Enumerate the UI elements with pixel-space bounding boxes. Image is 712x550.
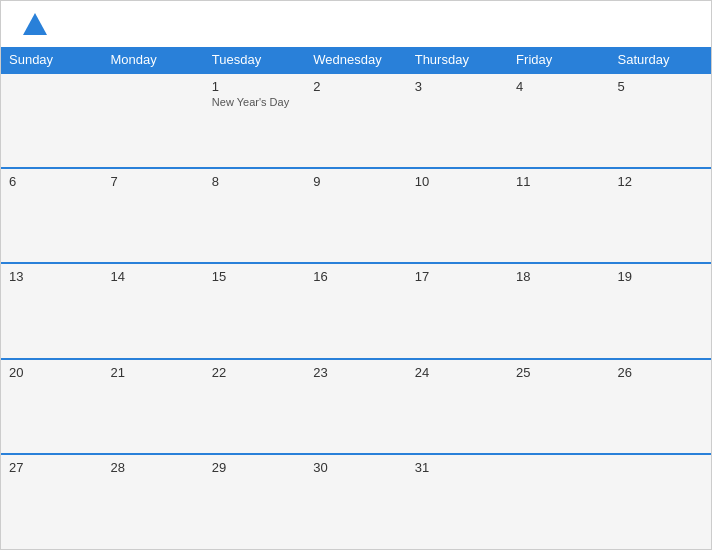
calendar-cell: 16 bbox=[305, 263, 406, 358]
weekday-header-sunday: Sunday bbox=[1, 47, 102, 73]
calendar-cell: 5 bbox=[610, 73, 711, 168]
calendar-cell: 11 bbox=[508, 168, 609, 263]
day-number: 16 bbox=[313, 269, 398, 284]
calendar-week-row: 2728293031 bbox=[1, 454, 711, 549]
calendar-cell: 1New Year's Day bbox=[204, 73, 305, 168]
calendar-cell: 6 bbox=[1, 168, 102, 263]
calendar-cell: 15 bbox=[204, 263, 305, 358]
calendar-wrapper: SundayMondayTuesdayWednesdayThursdayFrid… bbox=[0, 0, 712, 550]
day-number: 24 bbox=[415, 365, 500, 380]
calendar-cell: 24 bbox=[407, 359, 508, 454]
day-number: 4 bbox=[516, 79, 601, 94]
calendar-cell: 23 bbox=[305, 359, 406, 454]
weekday-header-tuesday: Tuesday bbox=[204, 47, 305, 73]
calendar-cell: 17 bbox=[407, 263, 508, 358]
calendar-cell: 26 bbox=[610, 359, 711, 454]
calendar-cell: 13 bbox=[1, 263, 102, 358]
event-label: New Year's Day bbox=[212, 96, 297, 108]
logo-icon bbox=[21, 11, 49, 39]
day-number: 23 bbox=[313, 365, 398, 380]
calendar-cell: 27 bbox=[1, 454, 102, 549]
calendar-cell: 12 bbox=[610, 168, 711, 263]
calendar-cell: 31 bbox=[407, 454, 508, 549]
day-number: 25 bbox=[516, 365, 601, 380]
day-number: 14 bbox=[110, 269, 195, 284]
calendar-week-row: 13141516171819 bbox=[1, 263, 711, 358]
calendar-table: SundayMondayTuesdayWednesdayThursdayFrid… bbox=[1, 47, 711, 549]
day-number: 22 bbox=[212, 365, 297, 380]
calendar-cell: 14 bbox=[102, 263, 203, 358]
day-number: 10 bbox=[415, 174, 500, 189]
day-number: 7 bbox=[110, 174, 195, 189]
day-number: 30 bbox=[313, 460, 398, 475]
day-number: 31 bbox=[415, 460, 500, 475]
weekday-header-wednesday: Wednesday bbox=[305, 47, 406, 73]
day-number: 29 bbox=[212, 460, 297, 475]
calendar-cell: 8 bbox=[204, 168, 305, 263]
calendar-week-row: 6789101112 bbox=[1, 168, 711, 263]
calendar-cell bbox=[508, 454, 609, 549]
calendar-cell bbox=[610, 454, 711, 549]
day-number: 1 bbox=[212, 79, 297, 94]
logo bbox=[21, 11, 53, 39]
calendar-cell: 22 bbox=[204, 359, 305, 454]
calendar-cell: 9 bbox=[305, 168, 406, 263]
day-number: 19 bbox=[618, 269, 703, 284]
weekday-header-thursday: Thursday bbox=[407, 47, 508, 73]
weekday-header-monday: Monday bbox=[102, 47, 203, 73]
weekday-header-friday: Friday bbox=[508, 47, 609, 73]
day-number: 6 bbox=[9, 174, 94, 189]
weekday-header-saturday: Saturday bbox=[610, 47, 711, 73]
day-number: 8 bbox=[212, 174, 297, 189]
day-number: 13 bbox=[9, 269, 94, 284]
day-number: 28 bbox=[110, 460, 195, 475]
day-number: 3 bbox=[415, 79, 500, 94]
day-number: 18 bbox=[516, 269, 601, 284]
day-number: 26 bbox=[618, 365, 703, 380]
calendar-cell: 4 bbox=[508, 73, 609, 168]
calendar-cell bbox=[1, 73, 102, 168]
calendar-cell: 19 bbox=[610, 263, 711, 358]
calendar-week-row: 1New Year's Day2345 bbox=[1, 73, 711, 168]
day-number: 15 bbox=[212, 269, 297, 284]
day-number: 5 bbox=[618, 79, 703, 94]
calendar-header bbox=[1, 1, 711, 47]
calendar-cell: 3 bbox=[407, 73, 508, 168]
day-number: 2 bbox=[313, 79, 398, 94]
calendar-cell: 28 bbox=[102, 454, 203, 549]
calendar-cell: 20 bbox=[1, 359, 102, 454]
day-number: 12 bbox=[618, 174, 703, 189]
calendar-header-row: SundayMondayTuesdayWednesdayThursdayFrid… bbox=[1, 47, 711, 73]
calendar-body: 1New Year's Day2345678910111213141516171… bbox=[1, 73, 711, 549]
calendar-cell bbox=[102, 73, 203, 168]
calendar-cell: 10 bbox=[407, 168, 508, 263]
calendar-cell: 2 bbox=[305, 73, 406, 168]
day-number: 9 bbox=[313, 174, 398, 189]
day-number: 21 bbox=[110, 365, 195, 380]
day-number: 27 bbox=[9, 460, 94, 475]
calendar-cell: 7 bbox=[102, 168, 203, 263]
calendar-week-row: 20212223242526 bbox=[1, 359, 711, 454]
day-number: 20 bbox=[9, 365, 94, 380]
calendar-cell: 29 bbox=[204, 454, 305, 549]
day-number: 17 bbox=[415, 269, 500, 284]
calendar-cell: 30 bbox=[305, 454, 406, 549]
day-number: 11 bbox=[516, 174, 601, 189]
calendar-cell: 25 bbox=[508, 359, 609, 454]
calendar-cell: 21 bbox=[102, 359, 203, 454]
calendar-cell: 18 bbox=[508, 263, 609, 358]
svg-marker-0 bbox=[23, 13, 47, 35]
